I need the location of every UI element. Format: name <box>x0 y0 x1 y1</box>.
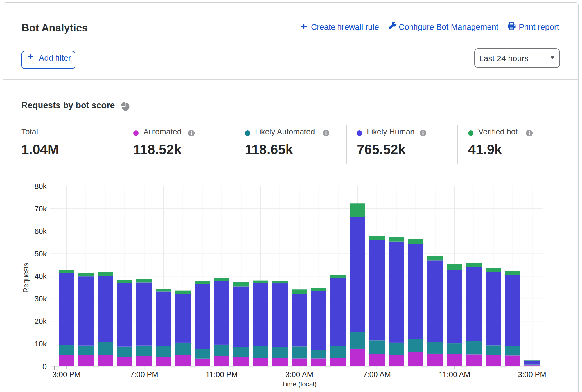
svg-text:50k: 50k <box>34 250 47 258</box>
svg-text:3:00 PM: 3:00 PM <box>518 370 546 379</box>
svg-text:7:00 PM: 7:00 PM <box>130 370 158 379</box>
svg-text:30k: 30k <box>34 295 47 303</box>
svg-text:60k: 60k <box>34 227 47 236</box>
svg-text:Requests: Requests <box>22 263 30 293</box>
svg-text:0: 0 <box>42 362 47 371</box>
svg-text:Time (local): Time (local) <box>282 380 317 388</box>
svg-text:20k: 20k <box>34 317 47 326</box>
svg-text:3:00 AM: 3:00 AM <box>285 370 313 379</box>
svg-text:3:00 PM: 3:00 PM <box>52 370 81 379</box>
svg-text:10k: 10k <box>34 340 47 348</box>
svg-text:7:00 AM: 7:00 AM <box>363 370 391 379</box>
svg-text:40k: 40k <box>34 272 47 281</box>
svg-text:80k: 80k <box>34 182 47 191</box>
svg-text:70k: 70k <box>34 205 47 213</box>
svg-text:11:00 AM: 11:00 AM <box>439 370 470 379</box>
svg-text:11:00 PM: 11:00 PM <box>206 370 238 379</box>
